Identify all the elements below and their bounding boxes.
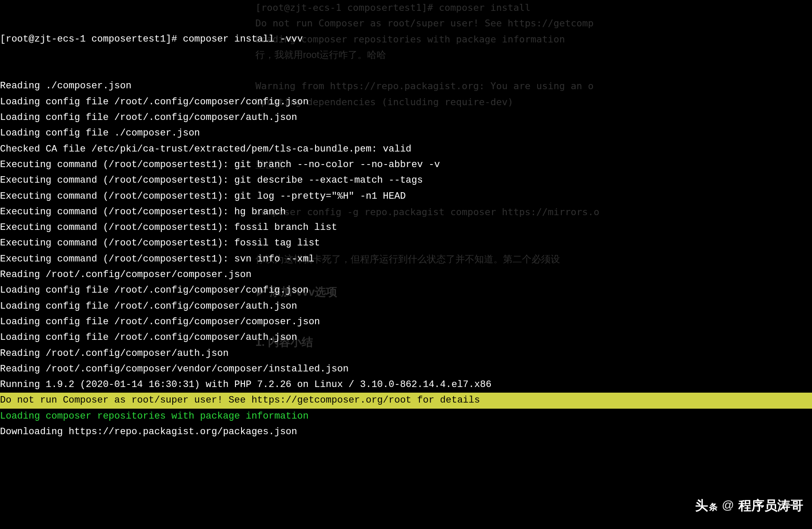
terminal-line: Do not run Composer as root/super user! … <box>0 393 812 408</box>
terminal-line: Loading config file /root/.config/compos… <box>0 314 812 330</box>
terminal-line: Reading /root/.config/composer/auth.json <box>0 346 812 361</box>
shell-command: composer install -vvv <box>183 34 303 45</box>
terminal-line: Loading config file /root/.config/compos… <box>0 283 812 298</box>
terminal-line: Loading config file /root/.config/compos… <box>0 94 812 110</box>
terminal-line: Loading config file ./composer.json <box>0 126 812 141</box>
terminal-line: Checked CA file /etc/pki/ca-trust/extrac… <box>0 142 812 157</box>
terminal-line: Reading ./composer.json <box>0 78 812 94</box>
terminal-line: Loading composer repositories with packa… <box>0 409 812 424</box>
terminal-line: Executing command (/root/composertest1):… <box>0 189 812 204</box>
terminal-line: Loading config file /root/.config/compos… <box>0 330 812 345</box>
watermark-brand-big: 头 <box>695 495 708 516</box>
terminal-line: Downloading https://repo.packagist.org/p… <box>0 424 812 440</box>
terminal-line: Executing command (/root/composertest1):… <box>0 173 812 188</box>
terminal-line: Executing command (/root/composertest1):… <box>0 252 812 267</box>
shell-prompt: [root@zjt-ecs-1 composertest1]# <box>0 34 183 45</box>
watermark: 头 条 @ 程序员涛哥 <box>695 495 803 516</box>
terminal-line: Running 1.9.2 (2020-01-14 16:30:31) with… <box>0 377 812 393</box>
terminal-output: [root@zjt-ecs-1 composertest1]# composer… <box>0 0 812 456</box>
terminal-line: Executing command (/root/composertest1):… <box>0 235 812 251</box>
terminal-line: Executing command (/root/composertest1):… <box>0 157 812 173</box>
watermark-author: 程序员涛哥 <box>738 495 803 516</box>
terminal-line: Reading /root/.config/composer/vendor/co… <box>0 361 812 377</box>
terminal-line: Executing command (/root/composertest1):… <box>0 220 812 235</box>
terminal-line: Executing command (/root/composertest1):… <box>0 204 812 220</box>
terminal-line: Reading /root/.config/composer/composer.… <box>0 267 812 283</box>
shell-prompt-line[interactable]: [root@zjt-ecs-1 composertest1]# composer… <box>0 32 812 47</box>
watermark-at: @ <box>722 495 734 515</box>
terminal-line: Loading config file /root/.config/compos… <box>0 110 812 126</box>
watermark-brand-small: 条 <box>709 500 718 514</box>
terminal-line: Loading config file /root/.config/compos… <box>0 299 812 314</box>
watermark-brand: 头 条 <box>695 495 718 516</box>
